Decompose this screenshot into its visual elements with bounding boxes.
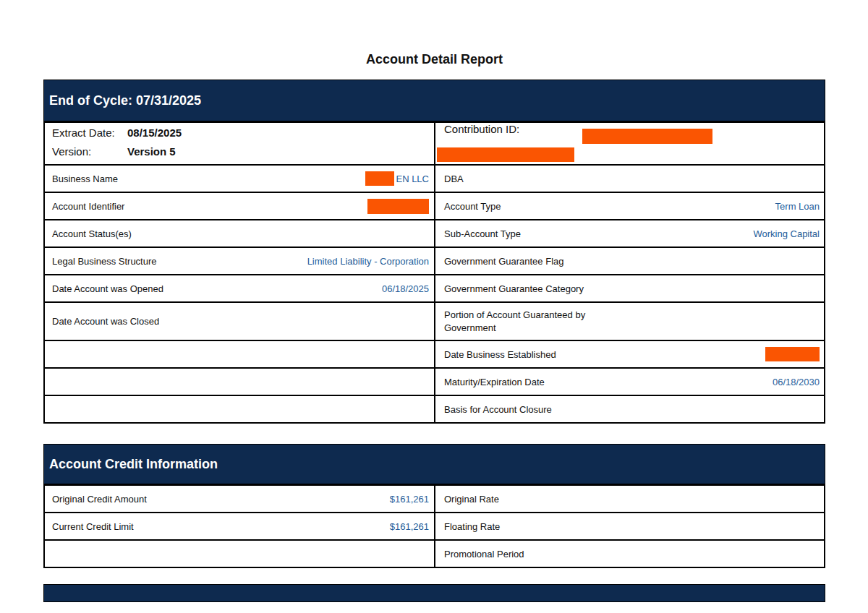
account-type-cell: Account Type Term Loan — [435, 193, 824, 219]
field-label: Date Account was Opened — [52, 283, 163, 294]
version-value: Version 5 — [127, 145, 176, 158]
field-label: Promotional Period — [444, 549, 524, 560]
field-label: Date Account was Closed — [52, 316, 159, 327]
current-credit-limit-cell: Current Credit Limit $161,261 — [45, 513, 435, 539]
field-label: Account Type — [444, 201, 501, 212]
field-value: 06/18/2030 — [773, 377, 820, 387]
table-row: Date Account was Opened 06/18/2025 Gover… — [45, 274, 824, 301]
extract-date-label: Extract Date: — [52, 127, 127, 139]
field-label: Original Rate — [444, 494, 499, 505]
gov-guarantee-category-cell: Government Guarantee Category — [435, 275, 824, 301]
section-header-label: Account Credit Information — [49, 457, 218, 472]
account-status-cell: Account Status(es) — [45, 220, 435, 247]
section-header-next-partial — [43, 584, 825, 602]
extract-date-line: Extract Date: 08/15/2025 — [52, 123, 429, 142]
business-name-cell: Business Name EN LLC — [45, 166, 435, 192]
table-row: Account Status(es) Sub-Account Type Work… — [45, 219, 824, 247]
field-label: Maturity/Expiration Date — [444, 377, 545, 387]
gov-guarantee-flag-cell: Government Guarantee Flag — [435, 248, 824, 274]
original-rate-cell: Original Rate — [435, 486, 824, 512]
field-value: $161,261 — [390, 521, 429, 532]
dba-cell: DBA — [435, 166, 824, 192]
field-label: Business Name — [52, 173, 118, 184]
field-label: Portion of Account Guaranteed by Governm… — [444, 309, 625, 334]
original-credit-amount-cell: Original Credit Amount $161,261 — [45, 486, 435, 512]
table-row: Business Name EN LLC DBA — [45, 164, 824, 192]
redaction-box — [367, 199, 429, 214]
date-business-established-cell: Date Business Established — [435, 341, 824, 367]
date-closed-cell: Date Account was Closed — [45, 303, 435, 340]
field-label: Government Guarantee Category — [444, 283, 584, 294]
field-value: Limited Liability - Corporation — [307, 256, 429, 267]
empty-cell — [45, 369, 435, 395]
empty-cell — [45, 541, 435, 567]
business-name-value: EN LLC — [396, 173, 429, 184]
field-value: 06/18/2025 — [382, 283, 429, 294]
account-credit-table: Original Credit Amount $161,261 Original… — [43, 484, 825, 568]
table-row-meta: Extract Date: 08/15/2025 Version: Versio… — [45, 123, 824, 164]
field-label: Basis for Account Closure — [444, 404, 552, 415]
empty-cell — [45, 396, 435, 422]
version-label: Version: — [52, 145, 127, 158]
report-page: Account Detail Report End of Cycle: 07/3… — [43, 0, 825, 602]
table-row: Promotional Period — [45, 539, 824, 567]
version-line: Version: Version 5 — [52, 142, 429, 160]
field-value: $161,261 — [390, 494, 429, 505]
field-label: Legal Business Structure — [52, 256, 157, 267]
redaction-box — [582, 129, 712, 144]
field-value: Working Capital — [753, 228, 820, 239]
portion-guaranteed-cell: Portion of Account Guaranteed by Governm… — [435, 303, 824, 340]
account-detail-table: Extract Date: 08/15/2025 Version: Versio… — [43, 121, 825, 424]
maturity-date-cell: Maturity/Expiration Date 06/18/2030 — [435, 369, 824, 395]
field-label: DBA — [444, 173, 464, 184]
table-row: Original Credit Amount $161,261 Original… — [45, 486, 824, 512]
table-row: Date Account was Closed Portion of Accou… — [45, 301, 824, 340]
redaction-box — [365, 171, 394, 186]
redaction-box — [437, 147, 574, 162]
section-header-account-credit: Account Credit Information — [43, 444, 825, 484]
table-row: Current Credit Limit $161,261 Floating R… — [45, 512, 824, 539]
sub-account-type-cell: Sub-Account Type Working Capital — [435, 220, 824, 247]
field-label: Original Credit Amount — [52, 494, 147, 505]
floating-rate-cell: Floating Rate — [435, 513, 824, 539]
field-label: Floating Rate — [444, 521, 500, 532]
field-label: Account Identifier — [52, 201, 124, 212]
field-value — [367, 199, 429, 214]
field-value: Term Loan — [775, 201, 820, 212]
field-value — [765, 347, 820, 361]
extract-date-value: 08/15/2025 — [127, 127, 182, 139]
basis-for-closure-cell: Basis for Account Closure — [435, 396, 824, 422]
page-title: Account Detail Report — [43, 0, 825, 67]
account-identifier-cell: Account Identifier — [45, 193, 435, 219]
field-label: Government Guarantee Flag — [444, 256, 563, 267]
legal-structure-cell: Legal Business Structure Limited Liabili… — [45, 248, 435, 274]
section-header-end-of-cycle: End of Cycle: 07/31/2025 — [43, 80, 825, 121]
contribution-id-label: Contribution ID: — [444, 123, 519, 135]
table-row: Legal Business Structure Limited Liabili… — [45, 247, 824, 274]
field-label: Sub-Account Type — [444, 228, 521, 239]
redaction-box — [765, 347, 820, 361]
field-label: Current Credit Limit — [52, 521, 134, 532]
table-row: Date Business Established — [45, 340, 824, 367]
table-row: Account Identifier Account Type Term Loa… — [45, 192, 824, 219]
table-row: Maturity/Expiration Date 06/18/2030 — [45, 367, 824, 395]
empty-cell — [45, 341, 435, 367]
contribution-id-cell: Contribution ID: — [435, 123, 824, 164]
date-opened-cell: Date Account was Opened 06/18/2025 — [45, 275, 435, 301]
extract-info-cell: Extract Date: 08/15/2025 Version: Versio… — [45, 123, 435, 164]
field-value: EN LLC — [365, 171, 429, 186]
table-row: Basis for Account Closure — [45, 395, 824, 422]
section-header-label: End of Cycle: 07/31/2025 — [49, 93, 201, 108]
field-label: Date Business Established — [444, 349, 556, 360]
promotional-period-cell: Promotional Period — [435, 541, 824, 567]
field-label: Account Status(es) — [52, 228, 132, 239]
